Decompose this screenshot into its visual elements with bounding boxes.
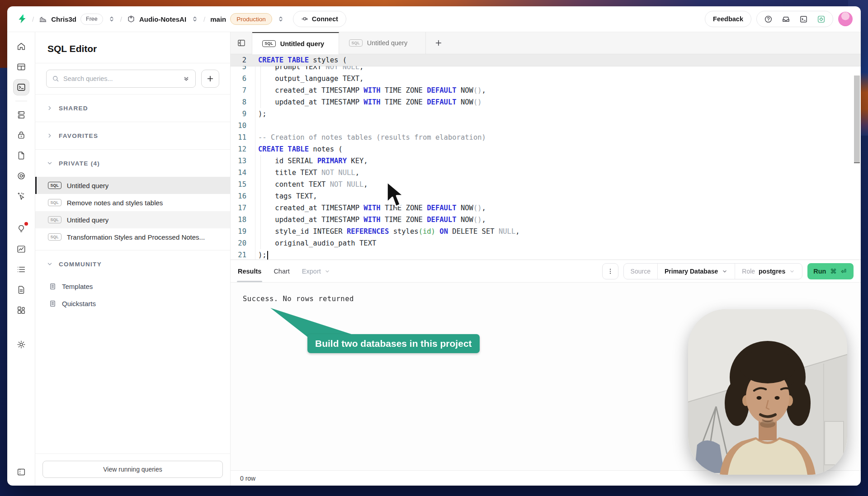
code-line[interactable]: 15 content TEXT NOT NULL, [231,179,861,190]
annotation-callout: Build two databases in this project [307,334,480,353]
lightbulb-icon[interactable] [13,221,29,237]
export-menu[interactable]: Export [302,268,330,275]
new-query-button[interactable] [201,70,219,88]
settings-icon[interactable] [13,336,29,353]
branches-icon[interactable] [13,107,29,123]
code-line[interactable]: 12CREATE TABLE notes ( [231,143,861,155]
feedback-button[interactable]: Feedback [705,11,751,27]
code-line[interactable]: 20 original_audio_path TEXT [231,237,861,249]
section-header-favorites[interactable]: FAVORITES [35,122,230,149]
code-line[interactable]: 19 style_id INTEGER REFERENCES styles(id… [231,226,861,237]
monitoring-icon[interactable] [13,241,29,257]
code-line[interactable]: 11-- Creation of notes tables (results f… [231,132,861,143]
view-running-queries-button[interactable]: View running queries [42,461,223,478]
sql-badge: SQL [48,199,61,206]
code-line[interactable]: 6 output_language TEXT, [231,73,861,85]
files-icon[interactable] [13,147,29,164]
tables-icon[interactable] [13,59,29,75]
breadcrumb-separator: / [120,15,122,23]
community-list-item[interactable]: Quickstarts [35,295,230,312]
neon-logo[interactable] [17,14,27,24]
code-line[interactable]: 14 title TEXT NOT NULL, [231,167,861,179]
sql-editor-icon[interactable] [13,79,29,95]
query-status-message: Success. No rows returned [243,295,354,303]
role-select[interactable]: Role postgres [735,264,802,279]
help-icon[interactable] [764,15,773,24]
kebab-menu-button[interactable] [602,263,618,279]
code-line[interactable]: 9); [231,108,861,120]
chevron-down-icon [722,268,728,274]
run-query-button[interactable]: Run ⌘ ⏎ [807,263,854,279]
apps-icon[interactable] [13,302,29,318]
docs-icon[interactable] [13,282,29,298]
query-list-item[interactable]: SQL Remove notes and styles tables [35,194,230,211]
breadcrumb-project[interactable]: Audio-NotesAI [127,15,186,23]
line-number: 11 [231,132,252,143]
line-number: 17 [231,202,252,214]
code-line[interactable]: 7 created_at TIMESTAMP WITH TIME ZONE DE… [231,85,861,96]
search-row [35,63,230,94]
code-line[interactable]: 2CREATE TABLE styles ( [231,54,861,66]
sql-badge: SQL [48,233,61,241]
connection-segmented-control: Source Primary Database Role postgres [623,263,803,279]
line-number: 10 [231,120,252,132]
breadcrumb-branch[interactable]: main Production [210,13,272,25]
new-tab-button[interactable] [426,32,451,54]
collapse-panel-icon[interactable] [13,464,29,480]
line-number: 21 [231,249,252,260]
query-list-item[interactable]: SQL Transformation Styles and Processed … [35,228,230,246]
section-header-private[interactable]: PRIVATE (4) [35,150,230,177]
sql-badge: SQL [349,39,363,47]
user-avatar[interactable] [838,12,853,26]
org-selector[interactable] [108,15,115,23]
query-list-item[interactable]: SQL Untitled query [35,211,230,228]
code-line[interactable]: 17 created_at TIMESTAMP WITH TIME ZONE D… [231,202,861,214]
home-icon[interactable] [13,38,29,55]
connect-label: Connect [312,15,338,23]
search-queries-box[interactable] [46,70,196,88]
tab-results[interactable]: Results [238,260,261,282]
line-number: 12 [231,143,252,155]
project-selector[interactable] [191,15,198,23]
backups-icon[interactable] [13,127,29,143]
line-number: 14 [231,167,252,179]
line-number: 7 [231,85,252,96]
collapse-sidebar-icon[interactable] [231,32,252,54]
community-item-label: Templates [62,283,93,290]
code-line[interactable]: 10 [231,120,861,132]
sql-code-editor[interactable]: 2CREATE TABLE styles (5 prompt TEXT NOT … [231,54,861,260]
code-line[interactable]: 8 updated_at TIMESTAMP WITH TIME ZONE DE… [231,96,861,108]
database-select[interactable]: Primary Database [657,264,735,279]
tab-chart[interactable]: Chart [274,260,289,282]
inbox-icon[interactable] [782,15,790,24]
breadcrumb-org[interactable]: Chris3d Free [39,14,103,25]
code-line[interactable]: 18 updated_at TIMESTAMP WITH TIME ZONE D… [231,214,861,226]
text-cursor [267,251,269,260]
section-header-community[interactable]: COMMUNITY [35,250,230,278]
utility-icon-group [756,11,833,27]
diamond-check-icon[interactable] [817,15,826,24]
section-private: PRIVATE (4) SQL Untitled query SQL Remov… [35,150,230,250]
section-label: PRIVATE (4) [59,160,100,167]
code-line[interactable]: 16 tags TEXT, [231,190,861,202]
branch-selector[interactable] [277,15,284,23]
code-line[interactable]: 21); [231,249,861,260]
connect-button[interactable]: Connect [293,11,346,27]
line-number: 2 [231,54,252,66]
code-line[interactable]: 13 id SERIAL PRIMARY KEY, [231,155,861,167]
editor-tab-active[interactable]: SQL Untitled query [252,32,339,54]
query-list-item[interactable]: SQL Untitled query [35,177,230,194]
editor-tab-inactive[interactable]: SQL Untitled query [339,32,426,54]
operations-icon[interactable] [13,261,29,278]
community-list-item[interactable]: Templates [35,278,230,295]
double-chevron-icon[interactable] [183,75,190,82]
line-number: 19 [231,226,252,237]
sql-badge: SQL [262,40,276,47]
section-header-shared[interactable]: SHARED [35,94,230,122]
integrations-icon[interactable] [13,168,29,184]
editor-scrollbar[interactable] [854,76,860,162]
ai-wand-icon[interactable] [13,188,29,204]
terminal-icon[interactable] [799,15,808,24]
line-number: 15 [231,179,252,190]
search-input[interactable] [63,75,179,82]
